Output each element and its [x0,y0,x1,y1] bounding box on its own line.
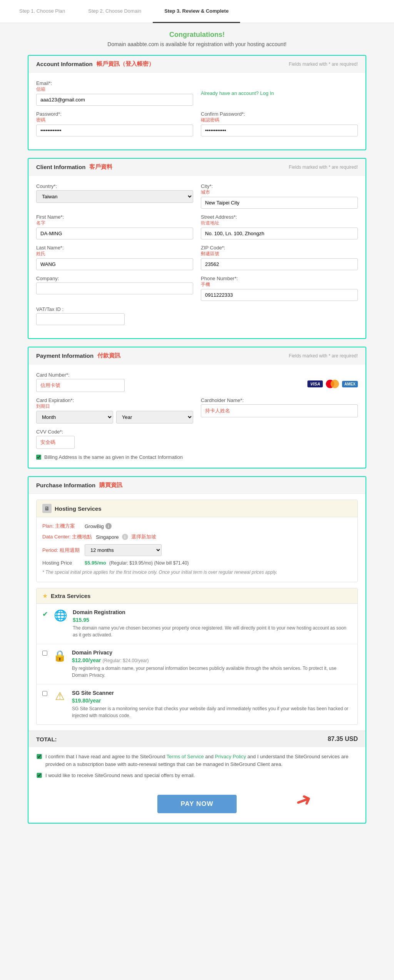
step1-item[interactable]: Step 1. Choose Plan [8,0,77,23]
password-label: Password*: 密碼 [36,111,193,123]
card-number-placeholder-text[interactable]: 信用卡號 [36,379,125,392]
card-number-group: Card Number*: 信用卡號 [36,372,193,392]
account-card-body: Email*: 信箱 Already have an account? Log … [28,73,366,149]
datacenter-value: Singapore i 選擇新加坡 [96,533,156,540]
city-label: City*: 城市 [201,183,358,196]
zip-group: ZIP Code*: 郵遞區號 [201,245,358,270]
server-icon: 🖥 [42,504,52,513]
extra-services-header: ★ Extra Services [37,588,357,604]
street-label: Street Address*: 街道地址 [201,214,358,226]
extra-services-label: Extra Services [51,593,90,599]
client-card-body: Country*: Taiwan City*: 城市 Fi [28,176,366,338]
purchase-title-chinese: 購買資訊 [99,482,122,489]
client-lastname-zip-row: Last Name*: 姓氏 ZIP Code*: 郵遞區號 [36,245,358,270]
congrats-section: Congratulations! Domain aaabbte.com is a… [28,31,366,47]
sg-scanner-desc: SG Site Scanner is a monitoring service … [72,705,352,719]
vat-group: VAT/Tax ID : [36,306,193,325]
step3-label: Step 3. Review & Complete [164,8,229,14]
street-input[interactable] [201,228,358,239]
billing-checkbox-row: Billing Address is the same as given in … [36,454,358,460]
email-input[interactable] [36,94,193,106]
email-label: Email*: 信箱 [36,80,193,93]
extra-services-block: ★ Extra Services ✔ 🌐 Domain Registration… [36,588,358,725]
privacy-policy-link[interactable]: Privacy Policy [215,754,246,759]
domain-privacy-item: 🔒 Domain Privacy $12.00/year (Regular: $… [37,644,357,684]
domain-reg-title: Domain Registration [73,609,352,615]
password-input[interactable] [36,125,193,136]
account-email-group: Email*: 信箱 [36,80,193,106]
payment-card-header: Payment Information 付款資訊 Fields marked w… [28,347,366,364]
datacenter-select-chinese: 選擇新加坡 [131,533,156,540]
domain-reg-price: $15.95 [73,617,352,623]
step2-item[interactable]: Step 2. Choose Domain [77,0,153,23]
hosting-services-body: Plan: 主機方案 GrowBig i Data Center: 主機地點 [37,517,357,582]
pay-now-section: PAY NOW ➜ [28,789,366,823]
lastname-group: Last Name*: 姓氏 [36,245,193,270]
country-select[interactable]: Taiwan [36,190,193,203]
total-value: 87.35 USD [328,736,358,742]
cvv-group: CVV Code*: 安全碼 [36,429,193,449]
company-label: Company: [36,276,193,281]
confirm-password-input[interactable] [201,125,358,136]
client-name-street-row: First Name*: 名字 Street Address*: 街道地址 [36,214,358,239]
congrats-text: Domain aaabbte.com is available for regi… [28,41,366,47]
street-group: Street Address*: 街道地址 [201,214,358,239]
firstname-input[interactable] [36,228,193,239]
agreement2-text: I would like to receive SiteGround news … [45,772,195,779]
domain-registration-checkmark: ✔ [42,610,48,618]
domain-privacy-icon: 🔒 [53,649,67,662]
period-row: Period: 租用週期 12 months [42,544,352,556]
firstname-label: First Name*: 名字 [36,214,193,226]
phone-input[interactable] [201,289,358,301]
hosting-services-label: Hosting Services [55,505,102,512]
domain-reg-desc: The domain name you've chosen becomes yo… [73,625,352,638]
lastname-input[interactable] [36,258,193,270]
zip-input[interactable] [201,258,358,270]
client-card: Client Information 客戶資料 Fields marked wi… [28,158,366,339]
phone-label: Phone Number*: 手機 [201,276,358,288]
confirm-label: Confirm Password*: 確認密碼 [201,111,358,123]
hosting-price: $5.95/mo [85,560,106,566]
purchase-card: Purchase Information 購買資訊 🖥 Hosting Serv… [28,476,366,824]
client-header-left: Client Information 客戶資料 [36,163,112,171]
payment-card-number-row: Card Number*: 信用卡號 VISA AMEX [36,372,358,392]
step3-item[interactable]: Step 3. Review & Complete [153,0,240,23]
cardholder-placeholder-text[interactable]: 持卡人姓名 [201,404,358,417]
month-select[interactable]: Month [36,411,113,424]
billing-same-checkbox[interactable] [36,455,41,460]
agreement2-row: I would like to receive SiteGround news … [36,772,358,779]
mastercard-icon [326,380,339,388]
pay-now-button[interactable]: PAY NOW [157,795,236,813]
step2-label: Step 2. Choose Domain [88,8,141,14]
hosting-price-value: $5.95/mo (Regular: $19.95/mo) (Now bill … [85,560,189,566]
vat-input[interactable] [36,313,125,325]
year-select[interactable]: Year [116,411,193,424]
country-label: Country*: [36,183,193,189]
payment-card-body: Card Number*: 信用卡號 VISA AMEX Card Expira… [28,364,366,468]
city-input[interactable] [201,197,358,209]
domain-privacy-checkbox[interactable] [42,651,47,656]
cvv-placeholder-text[interactable]: 安全碼 [36,436,75,449]
plan-info-icon[interactable]: i [105,523,112,529]
cardholder-group: Cardholder Name*: 持卡人姓名 [201,397,358,417]
agreement1-checkbox[interactable] [36,754,42,759]
congrats-title: Congratulations! [28,31,366,39]
total-bar: TOTAL: 87.35 USD [28,731,366,747]
total-label: TOTAL: [36,736,57,742]
company-group: Company: [36,276,193,294]
password-group: Password*: 密碼 [36,111,193,136]
company-input[interactable] [36,282,193,294]
sg-scanner-icon-wrap: ⚠ [52,690,67,703]
growbig-badge: GrowBig i [85,523,112,529]
sg-scanner-checkbox[interactable] [42,691,47,696]
already-have-link[interactable]: Already have an account? Log In [201,90,358,96]
client-card-header: Client Information 客戶資料 Fields marked wi… [28,159,366,176]
domain-reg-info: Domain Registration $15.95 The domain na… [73,609,352,638]
hosting-price-note: * The special initial price applies for … [42,570,352,575]
agreement2-checkbox[interactable] [36,773,42,778]
terms-of-service-link[interactable]: Terms of Service [167,754,204,759]
cvv-label: CVV Code*: [36,429,193,435]
datacenter-info-icon[interactable]: i [122,534,128,540]
purchase-card-header: Purchase Information 購買資訊 [28,477,366,494]
period-select[interactable]: 12 months [85,544,162,556]
